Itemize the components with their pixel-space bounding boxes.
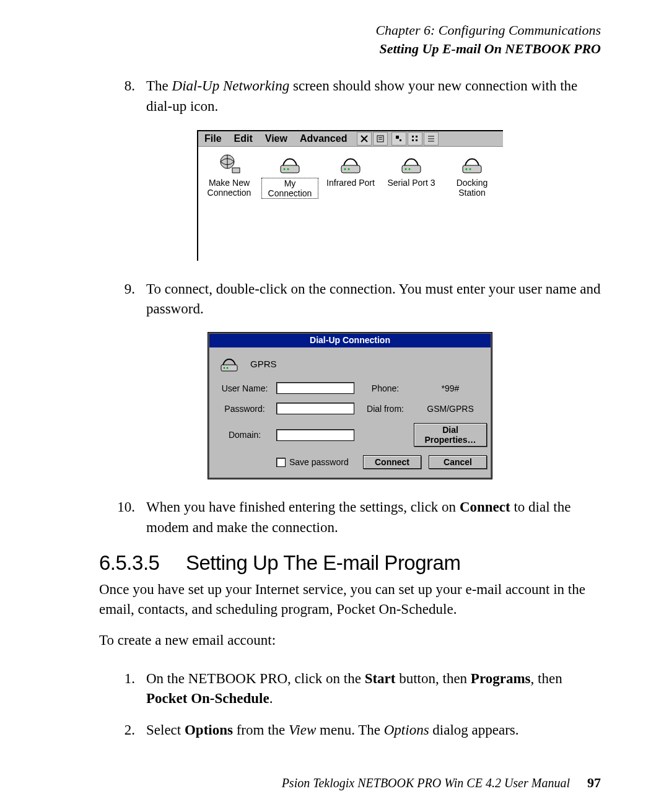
menu-bar: File Edit View Advanced xyxy=(198,131,503,147)
label-domain: Domain: xyxy=(219,430,270,440)
connection-label: My Connection xyxy=(261,178,318,199)
dial-properties-button[interactable]: Dial Properties… xyxy=(414,423,487,447)
step-9: 9. To connect, double-click on the conne… xyxy=(99,279,601,319)
small-icons-icon[interactable] xyxy=(408,132,422,146)
paragraph-lead: To create a new email account: xyxy=(99,631,601,650)
globe-plug-icon xyxy=(216,153,242,175)
svg-rect-7 xyxy=(412,136,414,138)
svg-rect-15 xyxy=(232,168,240,173)
step-list-a: 8. The Dial-Up Networking screen should … xyxy=(99,76,601,116)
step-number: 8. xyxy=(99,76,146,116)
modem-icon xyxy=(219,354,242,373)
connection-label: Make New Connection xyxy=(201,178,258,198)
dialog-title: Dial-Up Connection xyxy=(209,334,491,347)
menu-edit[interactable]: Edit xyxy=(228,132,259,146)
chapter-label: Chapter 6: Configuring Communications xyxy=(99,21,601,40)
step-text: The Dial-Up Networking screen should sho… xyxy=(146,76,601,116)
step-text: To connect, double-click on the connecti… xyxy=(146,279,601,319)
modem-icon xyxy=(459,153,485,175)
page-header: Chapter 6: Configuring Communications Se… xyxy=(99,21,601,58)
svg-point-30 xyxy=(227,367,229,369)
connection-label: Infrared Port xyxy=(322,178,379,188)
svg-rect-8 xyxy=(416,136,418,138)
paragraph-intro: Once you have set up your Internet servi… xyxy=(99,580,601,619)
step-8: 8. The Dial-Up Networking screen should … xyxy=(99,76,601,116)
large-icons-icon[interactable] xyxy=(391,132,406,146)
step-number: 9. xyxy=(99,279,146,319)
properties-icon[interactable] xyxy=(373,132,388,146)
connection-label: Docking Station xyxy=(444,178,501,198)
svg-rect-2 xyxy=(377,136,383,142)
svg-point-26 xyxy=(466,168,468,170)
connection-item[interactable]: Make New Connection xyxy=(201,153,258,199)
step-list-b: 9. To connect, double-click on the conne… xyxy=(99,279,601,319)
page-number: 97 xyxy=(587,775,601,791)
step-text: When you have finished entering the sett… xyxy=(146,497,601,537)
section-number: 6.5.3.5 xyxy=(99,551,186,575)
step-number: 2. xyxy=(99,720,146,740)
label-phone: Phone: xyxy=(363,383,408,393)
label-dialfrom: Dial from: xyxy=(363,404,408,414)
svg-point-18 xyxy=(287,168,289,170)
svg-point-21 xyxy=(348,168,350,170)
connection-item[interactable]: Serial Port 3 xyxy=(383,153,440,199)
connection-item[interactable]: My Connection xyxy=(261,153,318,199)
label-password: Password: xyxy=(219,404,270,414)
step-text: On the NETBOOK PRO, click on the Start b… xyxy=(146,669,601,709)
list-item: 2.Select Options from the View menu. The… xyxy=(99,720,601,740)
label-username: User Name: xyxy=(219,383,270,393)
step-text: Select Options from the View menu. The O… xyxy=(146,720,601,740)
username-field[interactable] xyxy=(276,382,354,394)
close-x-icon[interactable] xyxy=(357,132,372,146)
dialup-dialog: Dial-Up Connection GPRS User Name: Phone… xyxy=(208,333,492,479)
save-password-label: Save password xyxy=(289,457,349,467)
section-title: Setting Up The E-mail Program xyxy=(186,551,460,575)
svg-point-23 xyxy=(405,168,407,170)
list-item: 1.On the NETBOOK PRO, click on the Start… xyxy=(99,669,601,709)
step-number: 10. xyxy=(99,497,146,537)
modem-icon xyxy=(277,153,303,175)
connection-icons-row: Make New ConnectionMy ConnectionInfrared… xyxy=(198,147,503,261)
svg-point-20 xyxy=(344,168,346,170)
password-field[interactable] xyxy=(276,403,354,414)
step-list-d: 1.On the NETBOOK PRO, click on the Start… xyxy=(99,669,601,740)
step-list-c: 10. When you have finished entering the … xyxy=(99,497,601,537)
page-footer: Psion Teklogix NETBOOK PRO Win CE 4.2 Us… xyxy=(282,775,601,791)
networking-window: File Edit View Advanced xyxy=(197,130,503,261)
section-heading: 6.5.3.5 Setting Up The E-mail Program xyxy=(99,551,601,575)
svg-point-29 xyxy=(224,367,225,369)
connection-name: GPRS xyxy=(250,359,277,369)
details-icon[interactable] xyxy=(424,132,439,146)
checkbox-icon xyxy=(276,458,286,467)
menu-view[interactable]: View xyxy=(259,132,294,146)
svg-point-17 xyxy=(284,168,286,170)
section-header-label: Setting Up E-mail On NETBOOK PRO xyxy=(99,40,601,58)
dialfrom-value: GSM/GPRS xyxy=(414,404,487,414)
step-10: 10. When you have finished entering the … xyxy=(99,497,601,537)
step-number: 1. xyxy=(99,669,146,709)
connection-label: Serial Port 3 xyxy=(383,178,440,188)
svg-point-27 xyxy=(470,168,471,170)
modem-icon xyxy=(338,153,364,175)
modem-icon xyxy=(398,153,424,175)
menu-file[interactable]: File xyxy=(198,132,228,146)
connect-button[interactable]: Connect xyxy=(363,455,421,469)
phone-value: *99# xyxy=(414,383,487,393)
svg-point-24 xyxy=(409,168,411,170)
save-password-checkbox[interactable]: Save password xyxy=(276,457,357,467)
cancel-button[interactable]: Cancel xyxy=(429,455,487,469)
footer-text: Psion Teklogix NETBOOK PRO Win CE 4.2 Us… xyxy=(282,776,570,790)
svg-rect-5 xyxy=(396,136,399,139)
connection-item[interactable]: Docking Station xyxy=(444,153,501,199)
connection-item[interactable]: Infrared Port xyxy=(322,153,379,199)
svg-rect-6 xyxy=(400,139,401,141)
svg-rect-10 xyxy=(416,139,418,141)
svg-rect-9 xyxy=(412,139,414,141)
domain-field[interactable] xyxy=(276,429,354,441)
menu-advanced[interactable]: Advanced xyxy=(294,132,353,146)
